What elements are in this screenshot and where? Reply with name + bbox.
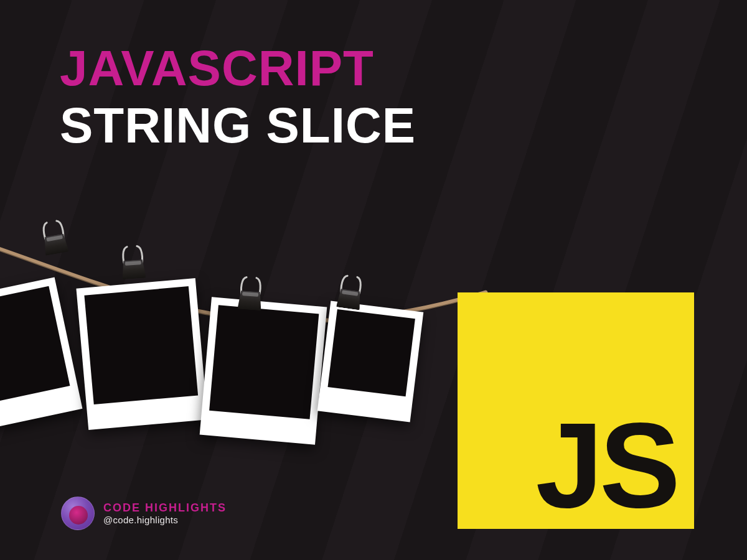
credit-brand: CODE HIGHLIGHTS: [103, 502, 227, 515]
js-logo-label: JS: [535, 416, 677, 515]
title-line-1: JAVASCRIPT: [60, 44, 416, 93]
avatar: [61, 497, 95, 530]
polaroid-photo: [84, 286, 198, 404]
polaroid-frame: [0, 277, 82, 432]
polaroid-frame: [200, 297, 327, 444]
polaroid-frame: [76, 278, 207, 430]
js-logo: JS: [458, 292, 694, 529]
credit-handle: @code.highlights: [103, 515, 227, 525]
credit-badge: CODE HIGHLIGHTS @code.highlights: [61, 497, 227, 530]
polaroid-photo: [0, 286, 70, 406]
polaroid-photo: [327, 309, 415, 396]
title-line-2: STRING SLICE: [60, 100, 416, 152]
polaroid-frame: [317, 301, 424, 422]
binder-clip-icon: [36, 215, 73, 263]
binder-clip-icon: [117, 241, 150, 287]
polaroid-photo: [209, 305, 319, 419]
graphic-canvas: JAVASCRIPT STRING SLICE JS CODE HIGHLIGH…: [0, 0, 747, 560]
page-title: JAVASCRIPT STRING SLICE: [60, 44, 416, 152]
credit-text: CODE HIGHLIGHTS @code.highlights: [103, 502, 227, 525]
